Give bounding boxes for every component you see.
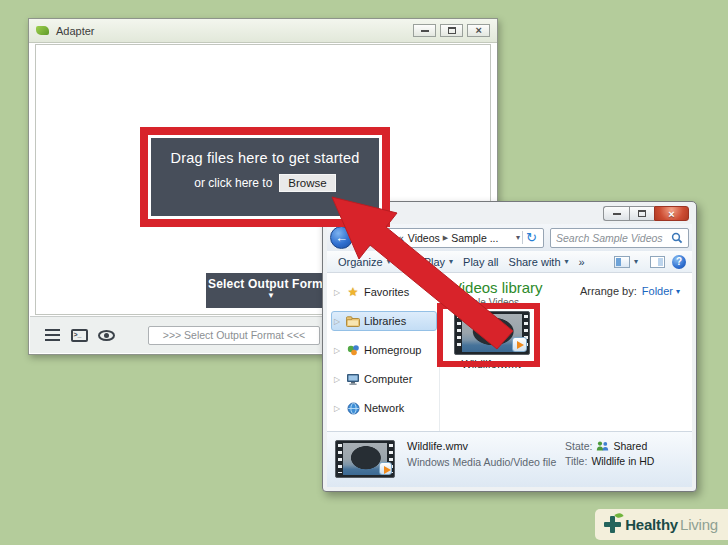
expander-icon[interactable]: ▷ [334,375,342,384]
breadcrumb-sample-videos[interactable]: Sample ... [451,232,498,244]
sidebar-item-label: Network [364,402,404,414]
adapter-titlebar[interactable]: Adapter × [29,19,497,43]
expander-icon[interactable]: ▷ [334,346,342,355]
views-icon [614,256,630,268]
title-label: Title: [565,455,587,467]
details-file-type: Windows Media Audio/Video file [407,456,557,468]
back-button[interactable]: ← [330,226,353,249]
sidebar-item-label: Favorites [364,286,409,298]
title-value: Wildlife in HD [591,455,654,467]
toolbar-overflow-button[interactable]: » [574,254,590,270]
play-label: Play [424,256,445,268]
overflow-chevrons-icon: » [579,256,585,268]
expander-icon[interactable]: ▷ [334,317,342,326]
adapter-app-icon [36,26,49,35]
navigation-pane: ▷ ★ Favorites ▷ Libraries [327,273,440,431]
sidebar-item-label: Computer [364,373,412,385]
change-view-button[interactable]: ▾ [609,254,643,270]
sidebar-item-libraries[interactable]: ▷ Libraries [331,311,437,331]
maximize-icon [448,27,456,34]
close-button[interactable]: × [654,206,689,221]
sidebar-item-network[interactable]: ▷ Network [331,398,437,418]
computer-icon [346,373,360,386]
browse-button[interactable]: Browse [279,174,335,192]
favorites-star-icon: ★ [346,286,360,299]
chevron-down-icon: ▾ [565,257,569,266]
sidebar-item-homegroup[interactable]: ▷ Homegroup [331,340,437,360]
minimize-icon [421,30,429,32]
refresh-button[interactable]: ↻ [522,231,540,244]
select-output-format-callout[interactable]: Select Output Format ▼ [206,273,336,308]
details-file-info: Wildlife.wmv Windows Media Audio/Video f… [407,440,557,487]
hamburger-icon [45,329,60,341]
help-button[interactable]: ? [672,255,686,269]
dropzone-subtext: or click here to [194,176,272,190]
healthy-living-watermark: Healthy Living [595,509,728,540]
filmstrip-holes-left [336,443,343,475]
details-thumbnail [335,440,395,478]
annotation-file-highlight [437,303,540,367]
minimize-button[interactable] [603,206,629,221]
output-format-dropdown[interactable]: >>> Select Output Format <<< [148,326,320,345]
breadcrumb-guillemet[interactable]: « [398,232,404,244]
address-dropdown-caret-icon[interactable]: ▾ [514,233,522,242]
breadcrumb-videos[interactable]: Videos [408,232,440,244]
state-label: State: [565,440,592,452]
eye-icon [98,330,115,341]
forward-button[interactable]: → [352,226,375,249]
callout-label: Select Output Format [206,273,336,291]
libraries-folder-icon [346,315,360,328]
state-value: Shared [613,440,647,452]
sidebar-item-computer[interactable]: ▷ Computer [331,369,437,389]
arrange-by-label: Arrange by: [580,285,637,297]
maximize-icon [638,210,646,217]
close-button[interactable]: × [467,24,490,37]
organize-menu[interactable]: Organize ▾ [333,254,396,270]
folder-icon [382,233,394,242]
minimize-icon [613,213,621,215]
shared-people-icon [596,441,609,451]
medical-cross-icon [604,516,621,533]
preview-button[interactable] [95,327,117,344]
play-all-button[interactable]: Play all [458,254,503,270]
chevron-down-icon: ▾ [449,257,453,266]
breadcrumb-chevron-icon: ▶ [443,234,448,242]
close-icon: × [668,209,674,219]
share-with-menu[interactable]: Share with ▾ [504,254,574,270]
explorer-caption-buttons: × [603,206,689,221]
arrange-by-control: Arrange by: Folder ▾ [580,285,680,297]
homegroup-icon [346,344,360,357]
explorer-navigation-bar: ← → « Videos ▶ Sample ... ▾ ↻ Search Sam… [327,224,692,251]
preview-pane-button[interactable] [650,256,665,268]
brand-name-light: Living [680,516,718,533]
share-with-label: Share with [509,256,561,268]
chevron-down-icon: ▾ [676,287,680,296]
search-input[interactable]: Search Sample Videos [550,228,689,248]
details-meta: State: Shared Title: Wildlife in HD [565,440,654,487]
sidebar-item-label: Libraries [364,315,406,327]
console-button[interactable]: >_ [68,327,90,344]
triangle-down-icon: ▼ [206,291,336,300]
address-bar[interactable]: « Videos ▶ Sample ... ▾ ↻ [378,228,544,248]
maximize-button[interactable] [629,206,654,221]
expander-icon[interactable]: ▷ [334,288,342,297]
close-icon: × [475,26,481,35]
expander-icon[interactable]: ▷ [334,404,342,413]
play-all-label: Play all [463,256,498,268]
minimize-button[interactable] [413,24,436,37]
adapter-caption-buttons: × [413,24,490,37]
sidebar-item-favorites[interactable]: ▷ ★ Favorites [331,282,437,302]
play-menu[interactable]: Play ▾ [403,254,458,270]
back-arrow-icon: ← [335,230,348,245]
explorer-command-bar: Organize ▾ Play ▾ Play all Share with ▾ … [327,251,692,273]
dropzone-subtext-row: or click here to Browse [148,174,382,192]
arrange-by-dropdown[interactable]: Folder ▾ [642,285,680,297]
terminal-icon: >_ [71,329,88,342]
play-overlay-icon [379,462,392,475]
chevron-down-icon: ▾ [634,257,638,266]
details-state-row: State: Shared [565,440,654,452]
help-icon: ? [676,256,682,267]
menu-button[interactable] [41,327,63,344]
maximize-button[interactable] [440,24,463,37]
brand-name-bold: Healthy [625,516,678,533]
